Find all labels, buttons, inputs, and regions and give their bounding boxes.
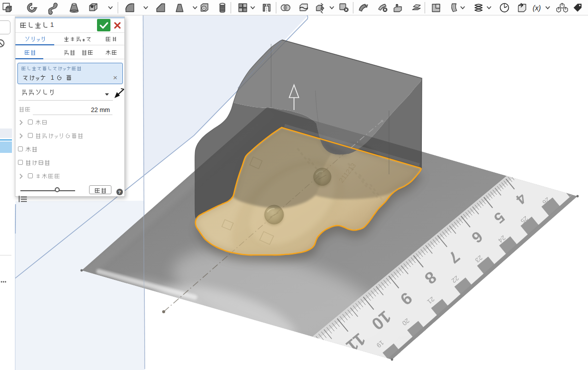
svg-text:(x): (x) bbox=[533, 4, 541, 12]
